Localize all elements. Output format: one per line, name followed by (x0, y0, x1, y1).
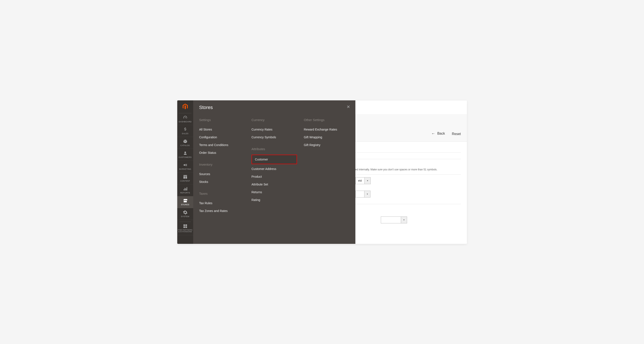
sidebar-label: CUSTOMERS (178, 156, 192, 158)
sidebar-item-catalog[interactable]: CATALOG (177, 137, 193, 149)
chevron-down-icon[interactable] (401, 217, 407, 223)
link-reward-exchange[interactable]: Reward Exchange Rates (304, 126, 349, 133)
link-sources[interactable]: Sources (199, 170, 245, 178)
sidebar-item-system[interactable]: SYSTEM (177, 208, 193, 220)
link-attr-customer-address[interactable]: Customer Address (252, 165, 297, 173)
select-value (381, 217, 401, 223)
form-row-select (356, 210, 461, 226)
link-attr-rating[interactable]: Rating (252, 196, 297, 204)
link-attr-product[interactable]: Product (252, 173, 297, 180)
sidebar-label: CATALOG (180, 144, 190, 146)
link-tax-zones-rates[interactable]: Tax Zones and Rates (199, 207, 245, 215)
link-attr-customer[interactable]: Customer (252, 155, 297, 164)
link-all-stores[interactable]: All Stores (199, 126, 245, 133)
sidebar-label: SYSTEM (181, 216, 189, 218)
form-row (356, 152, 461, 159)
link-terms-and-conditions[interactable]: Terms and Conditions (199, 141, 245, 149)
link-order-status[interactable]: Order Status (199, 149, 245, 156)
sidebar-label: SALES (182, 132, 188, 135)
page-toolbar: ← Back Reset (356, 114, 467, 142)
sidebar-item-marketing[interactable]: MARKETING (177, 161, 193, 172)
sidebar-item-customers[interactable]: CUSTOMERS (177, 149, 193, 161)
blocks-icon (178, 224, 193, 229)
sidebar-item-partners[interactable]: FIND PARTNERS & EXTENSIONS (177, 220, 193, 236)
sidebar-item-stores[interactable]: STORES (177, 196, 193, 208)
storefront-icon (178, 198, 193, 203)
arrow-left-icon: ← (431, 132, 435, 136)
stores-flyout: Stores ✕ Settings All Stores Configurati… (193, 100, 356, 244)
link-currency-symbols[interactable]: Currency Symbols (252, 133, 297, 141)
sidebar-label: REPORTS (180, 192, 190, 194)
link-gift-wrapping[interactable]: Gift Wrapping (304, 133, 349, 141)
input-type-select[interactable]: eld (356, 177, 371, 184)
form-row-hint: ed internally. Make sure you don't use s… (356, 166, 461, 174)
field-hint: ed internally. Make sure you don't use s… (356, 167, 438, 173)
chevron-down-icon[interactable] (364, 191, 370, 197)
sidebar-label: STORES (181, 204, 189, 206)
form-row (356, 204, 461, 210)
flyout-title: Stores (199, 105, 349, 110)
required-select[interactable] (356, 191, 370, 198)
link-attr-returns[interactable]: Returns (252, 188, 297, 196)
sidebar-label: MARKETING (179, 168, 191, 170)
sidebar-item-dashboard[interactable]: DASHBOARD (177, 113, 193, 125)
link-currency-rates[interactable]: Currency Rates (252, 126, 297, 133)
section-other-settings: Other Settings (304, 118, 349, 122)
layout-icon (178, 174, 193, 180)
sidebar-label: FIND PARTNERS & EXTENSIONS (178, 229, 192, 233)
bars-icon (178, 186, 193, 191)
form-row (356, 146, 461, 152)
sidebar-item-sales[interactable]: SALES (177, 125, 193, 137)
section-settings: Settings (199, 118, 245, 122)
page-title-area (356, 100, 467, 114)
flyout-col-2: Currency Currency Rates Currency Symbols… (252, 116, 297, 215)
section-attributes: Attributes (252, 147, 297, 151)
sidebar-item-reports[interactable]: REPORTS (177, 184, 193, 196)
back-label: Back (437, 132, 445, 136)
link-attr-set[interactable]: Attribute Set (252, 180, 297, 188)
section-taxes: Taxes (199, 192, 245, 195)
select-value: eld (356, 178, 364, 184)
app-window: DASHBOARD SALES CATALOG CUSTOMERS MARKET… (177, 100, 467, 244)
dollar-icon (178, 127, 193, 132)
sidebar-item-content[interactable]: CONTENT (177, 172, 193, 184)
link-gift-registry[interactable]: Gift Registry (304, 141, 349, 149)
gear-icon (178, 210, 193, 215)
admin-sidebar: DASHBOARD SALES CATALOG CUSTOMERS MARKET… (177, 100, 193, 244)
attribute-select[interactable] (381, 216, 407, 223)
reset-label: Reset (452, 132, 461, 136)
form-row-select (356, 187, 461, 200)
back-button[interactable]: ← Back (431, 132, 445, 136)
megaphone-icon (178, 162, 193, 168)
form-row-select: eld (356, 174, 461, 187)
close-icon[interactable]: ✕ (346, 105, 350, 109)
sidebar-label: CONTENT (180, 180, 190, 182)
page-content: ← Back Reset ed internally. Make sure yo… (356, 100, 467, 244)
link-tax-rules[interactable]: Tax Rules (199, 199, 245, 207)
flyout-col-3: Other Settings Reward Exchange Rates Gif… (304, 116, 349, 215)
section-inventory: Inventory (199, 163, 245, 166)
form-body: ed internally. Make sure you don't use s… (356, 142, 467, 244)
sidebar-label: DASHBOARD (179, 121, 192, 123)
flyout-col-1: Settings All Stores Configuration Terms … (199, 116, 245, 215)
magento-logo[interactable] (179, 100, 192, 113)
link-stocks[interactable]: Stocks (199, 178, 245, 186)
form-row (356, 159, 461, 166)
link-configuration[interactable]: Configuration (199, 133, 245, 141)
box-icon (178, 139, 193, 144)
dashboard-icon (178, 115, 193, 120)
select-value (356, 191, 364, 197)
section-currency: Currency (252, 118, 297, 122)
person-icon (178, 150, 193, 156)
chevron-down-icon[interactable] (364, 178, 370, 184)
reset-button[interactable]: Reset (452, 132, 461, 136)
flyout-columns: Settings All Stores Configuration Terms … (199, 116, 349, 215)
